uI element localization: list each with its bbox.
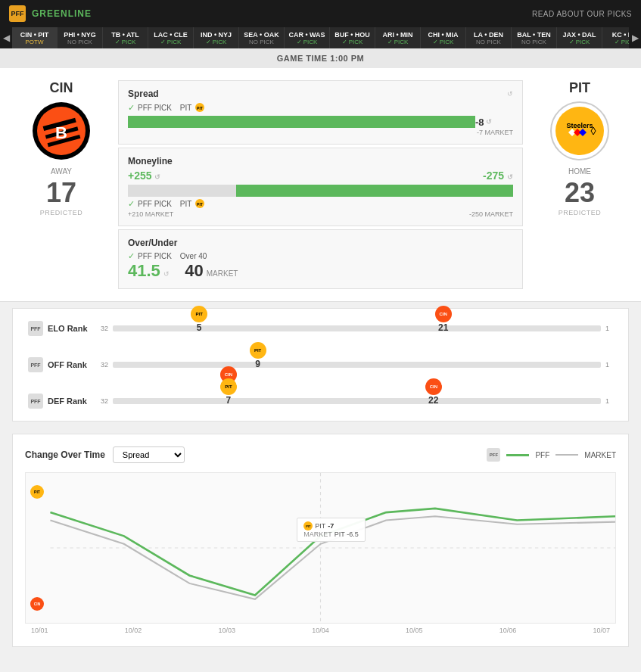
pit-logo: Steelers — [549, 101, 610, 161]
elo-cin-rank: 21 — [438, 322, 448, 333]
matchup-teams-8: ARI • MIN — [382, 31, 412, 39]
ou-pff-val: 41.5 ↺ — [128, 261, 170, 281]
spread-stat-row: Spread ↺ ✓ PFF PICK PIT PIT -8 ↺ — [118, 80, 523, 145]
matchup-teams-1: PHI • NYG — [64, 31, 96, 39]
x-label-6: 10/07 — [593, 627, 610, 634]
matchup-teams-0: CIN • PIT — [20, 31, 49, 39]
elo-pit-rank: 5 — [197, 322, 202, 333]
matchup-item-2[interactable]: TB • ATL✓ PICK — [103, 27, 148, 48]
moneyline-right-value: -275 ↺ — [483, 170, 513, 182]
elo-scale-right: 1 — [605, 325, 613, 332]
off-rank-row: PFF OFF Rank 32 PIT 9 CIN 8 1 — [28, 357, 613, 372]
moneyline-bar-fill — [236, 185, 513, 197]
chart-cin-icon: CIN — [30, 597, 44, 611]
off-scale-right: 1 — [605, 361, 613, 369]
matchup-teams-5: SEA • OAK — [244, 31, 278, 39]
spread-subtitle: PFF PICK — [138, 104, 172, 112]
tooltip-market-value: PIT -6.5 — [335, 530, 359, 538]
matchup-item-1[interactable]: PHI • NYGNO PICK — [58, 27, 103, 48]
ou-values: 41.5 ↺ 40 MARKET — [128, 261, 513, 281]
pit-score: 23 — [565, 177, 595, 209]
spread-market-label: -7 MARKET — [128, 129, 513, 136]
matchup-item-12[interactable]: JAX • DAL✓ PICK — [557, 27, 602, 48]
spread-check-icon: ✓ — [128, 103, 135, 113]
stats-panel: Spread ↺ ✓ PFF PICK PIT PIT -8 ↺ — [118, 80, 523, 289]
moneyline-stat-row: Moneyline +255 ↺ -275 ↺ ✓ PFF PICK PIT — [118, 148, 523, 226]
moneyline-left-market: +210 MARKET — [128, 210, 173, 218]
legend-pff-label: PFF — [535, 451, 549, 459]
tooltip-market-row: MARKET PIT -6.5 — [303, 530, 358, 538]
nav-prev-arrow[interactable]: ◀ — [0, 27, 12, 48]
off-pit-icon: PIT — [250, 342, 266, 359]
matchup-pick-10: NO PICK — [476, 39, 501, 45]
matchup-pick-6: ✓ PICK — [297, 39, 318, 45]
matchup-teams-13: KC • NE — [612, 31, 629, 39]
read-about-link[interactable]: READ ABOUT OUR PICKS — [532, 10, 632, 18]
matchup-item-7[interactable]: BUF • HOU✓ PICK — [330, 27, 375, 48]
matchup-teams-9: CHI • MIA — [428, 31, 458, 39]
def-pff-icon: PFF — [28, 394, 43, 409]
legend-green-line — [506, 454, 529, 456]
cin-position: AWAY — [51, 167, 72, 176]
matchup-item-8[interactable]: ARI • MIN✓ PICK — [375, 27, 421, 48]
elo-scale-left: 32 — [93, 325, 108, 332]
x-label-4: 10/05 — [406, 627, 423, 634]
matchup-pick-2: ✓ PICK — [115, 39, 136, 45]
change-title: Change Over Time — [25, 450, 105, 460]
matchup-item-5[interactable]: SEA • OAKNO PICK — [239, 27, 285, 48]
ou-check-icon: ✓ — [128, 251, 135, 261]
nav-next-arrow[interactable]: ▶ — [629, 27, 641, 48]
spread-value: -8 — [475, 117, 484, 128]
matchup-items-list: CIN • PITPOTWPHI • NYGNO PICKTB • ATL✓ P… — [12, 27, 629, 48]
spread-pff-pick: ✓ PFF PICK PIT PIT — [128, 102, 513, 113]
def-pit-rank: 7 — [226, 395, 232, 406]
matchup-teams-6: CAR • WAS — [288, 31, 325, 39]
def-bar-bg — [113, 398, 601, 404]
spread-recalc-icon: ↺ — [507, 90, 513, 98]
moneyline-bar — [128, 185, 513, 197]
matchup-item-11[interactable]: BAL • TENNO PICK — [512, 27, 557, 48]
tooltip-pit-label: PIT — [315, 522, 325, 530]
matchup-item-3[interactable]: LAC • CLE✓ PICK — [148, 27, 194, 48]
moneyline-right-recalc: ↺ — [507, 173, 513, 181]
game-time-bar: GAME TIME 1:00 PM — [0, 48, 641, 68]
brand-name: GREENLINE — [32, 8, 92, 19]
x-label-2: 10/03 — [218, 627, 235, 634]
matchup-pick-1: NO PICK — [67, 39, 92, 45]
matchup-item-6[interactable]: CAR • WAS✓ PICK — [285, 27, 330, 48]
change-legend: PFF PFF MARKET — [487, 448, 616, 462]
matchup-item-9[interactable]: CHI • MIA✓ PICK — [421, 27, 466, 48]
spread-val-recalc: ↺ — [486, 118, 492, 126]
ou-market: 40 MARKET — [185, 261, 238, 281]
elo-pff-icon: PFF — [28, 321, 43, 336]
moneyline-header: Moneyline — [128, 156, 513, 166]
matchup-item-4[interactable]: IND • NYJ✓ PICK — [194, 27, 239, 48]
change-header: Change Over Time Spread Moneyline Over/U… — [25, 446, 616, 463]
chart-tooltip: PIT PIT -7 MARKET PIT -6.5 — [297, 518, 365, 542]
matchup-pick-13: ✓ PICK — [615, 39, 629, 45]
off-bar-area: PIT 9 CIN 8 — [113, 362, 601, 368]
matchup-item-10[interactable]: LA • DENNO PICK — [466, 27, 512, 48]
elo-cin-badge: CIN 21 — [435, 306, 452, 333]
off-pit-rank: 9 — [255, 359, 260, 369]
def-scale-right: 1 — [605, 397, 613, 405]
matchup-pick-0: POTW — [26, 39, 44, 45]
def-pit-icon: PIT — [220, 378, 237, 395]
matchup-item-13[interactable]: KC • NE✓ PICK — [602, 27, 629, 48]
game-time-value: 1:00 PM — [330, 54, 364, 63]
matchup-teams-11: BAL • TEN — [517, 31, 551, 39]
matchup-pick-3: ✓ PICK — [160, 39, 182, 45]
matchup-pick-9: ✓ PICK — [433, 39, 454, 45]
matchup-pick-8: ✓ PICK — [387, 39, 409, 45]
ou-stat-row: Over/Under ✓ PFF PICK Over 40 41.5 ↺ 40 … — [118, 229, 523, 289]
matchup-pick-7: ✓ PICK — [342, 39, 363, 45]
pit-position: HOME — [568, 167, 591, 176]
matchup-item-0[interactable]: CIN • PITPOTW — [12, 27, 58, 48]
rankings-section: PFF ELO Rank 32 CIN 21 PIT 5 1 PFF OF — [12, 308, 629, 422]
spread-dropdown[interactable]: Spread Moneyline Over/Under — [113, 446, 185, 463]
matchup-pick-11: NO PICK — [521, 39, 546, 45]
matchup-teams-12: JAX • DAL — [562, 31, 596, 39]
matchup-pick-12: ✓ PICK — [569, 39, 590, 45]
spread-pick-team: PIT — [180, 104, 192, 112]
ou-pick-val: Over 40 — [180, 252, 207, 260]
